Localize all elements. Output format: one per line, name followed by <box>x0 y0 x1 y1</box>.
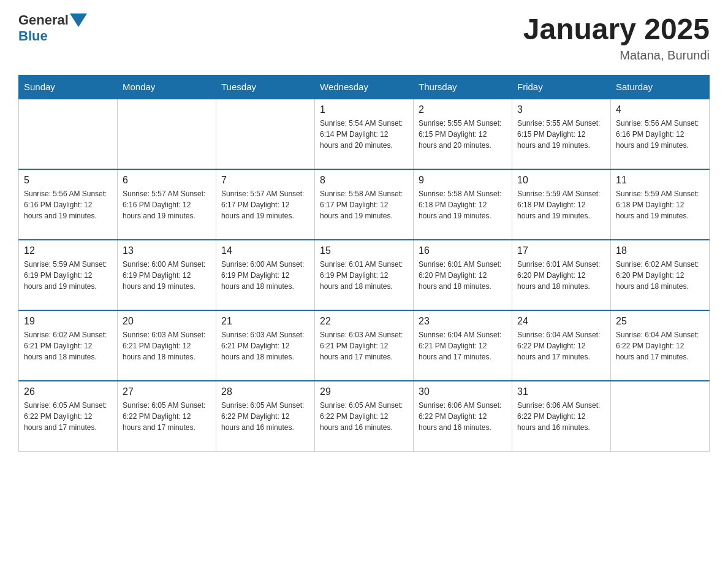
day-info: Sunrise: 5:57 AM Sunset: 6:17 PM Dayligh… <box>221 188 309 221</box>
table-row: 31Sunrise: 6:06 AM Sunset: 6:22 PM Dayli… <box>512 381 611 451</box>
table-row <box>118 99 216 169</box>
table-row: 7Sunrise: 5:57 AM Sunset: 6:17 PM Daylig… <box>216 169 315 240</box>
table-row: 21Sunrise: 6:03 AM Sunset: 6:21 PM Dayli… <box>216 310 315 381</box>
table-row: 17Sunrise: 6:01 AM Sunset: 6:20 PM Dayli… <box>512 240 611 310</box>
header-tuesday: Tuesday <box>216 75 315 99</box>
day-number: 28 <box>221 386 309 397</box>
day-number: 14 <box>221 245 309 256</box>
day-number: 27 <box>123 386 211 397</box>
day-number: 7 <box>221 175 309 186</box>
day-number: 12 <box>24 245 112 256</box>
logo-general-text: General <box>18 12 69 28</box>
table-row: 9Sunrise: 5:58 AM Sunset: 6:18 PM Daylig… <box>414 169 512 240</box>
table-row <box>611 381 710 451</box>
day-number: 23 <box>419 316 507 327</box>
day-number: 24 <box>517 316 605 327</box>
day-number: 6 <box>123 175 211 186</box>
day-number: 13 <box>123 245 211 256</box>
table-row: 8Sunrise: 5:58 AM Sunset: 6:17 PM Daylig… <box>315 169 414 240</box>
day-info: Sunrise: 5:55 AM Sunset: 6:15 PM Dayligh… <box>517 118 605 151</box>
day-number: 25 <box>616 316 704 327</box>
day-number: 29 <box>320 386 408 397</box>
day-info: Sunrise: 6:01 AM Sunset: 6:20 PM Dayligh… <box>517 259 605 292</box>
header-saturday: Saturday <box>611 75 710 99</box>
day-number: 8 <box>320 175 408 186</box>
day-info: Sunrise: 6:00 AM Sunset: 6:19 PM Dayligh… <box>221 259 309 292</box>
day-info: Sunrise: 5:58 AM Sunset: 6:17 PM Dayligh… <box>320 188 408 221</box>
table-row: 29Sunrise: 6:05 AM Sunset: 6:22 PM Dayli… <box>315 381 414 451</box>
day-info: Sunrise: 6:04 AM Sunset: 6:22 PM Dayligh… <box>517 329 605 362</box>
day-info: Sunrise: 6:04 AM Sunset: 6:21 PM Dayligh… <box>419 329 507 362</box>
day-number: 2 <box>419 104 507 115</box>
week-row-2: 5Sunrise: 5:56 AM Sunset: 6:16 PM Daylig… <box>19 169 710 240</box>
table-row: 27Sunrise: 6:05 AM Sunset: 6:22 PM Dayli… <box>118 381 216 451</box>
day-info: Sunrise: 6:03 AM Sunset: 6:21 PM Dayligh… <box>123 329 211 362</box>
day-info: Sunrise: 5:58 AM Sunset: 6:18 PM Dayligh… <box>419 188 507 221</box>
day-info: Sunrise: 6:01 AM Sunset: 6:19 PM Dayligh… <box>320 259 408 292</box>
day-number: 30 <box>419 386 507 397</box>
day-info: Sunrise: 6:05 AM Sunset: 6:22 PM Dayligh… <box>123 400 211 433</box>
calendar-title: January 2025 <box>523 12 710 46</box>
day-number: 26 <box>24 386 112 397</box>
day-info: Sunrise: 6:00 AM Sunset: 6:19 PM Dayligh… <box>123 259 211 292</box>
table-row: 24Sunrise: 6:04 AM Sunset: 6:22 PM Dayli… <box>512 310 611 381</box>
calendar-subtitle: Matana, Burundi <box>523 48 710 63</box>
table-row: 6Sunrise: 5:57 AM Sunset: 6:16 PM Daylig… <box>118 169 216 240</box>
table-row: 13Sunrise: 6:00 AM Sunset: 6:19 PM Dayli… <box>118 240 216 310</box>
day-number: 3 <box>517 104 605 115</box>
header-thursday: Thursday <box>414 75 512 99</box>
title-area: January 2025 Matana, Burundi <box>523 12 710 63</box>
table-row: 11Sunrise: 5:59 AM Sunset: 6:18 PM Dayli… <box>611 169 710 240</box>
day-info: Sunrise: 6:03 AM Sunset: 6:21 PM Dayligh… <box>221 329 309 362</box>
table-row <box>19 99 118 169</box>
day-info: Sunrise: 5:56 AM Sunset: 6:16 PM Dayligh… <box>24 188 112 221</box>
day-info: Sunrise: 6:02 AM Sunset: 6:20 PM Dayligh… <box>616 259 704 292</box>
table-row: 16Sunrise: 6:01 AM Sunset: 6:20 PM Dayli… <box>414 240 512 310</box>
day-number: 17 <box>517 245 605 256</box>
header-friday: Friday <box>512 75 611 99</box>
table-row: 19Sunrise: 6:02 AM Sunset: 6:21 PM Dayli… <box>19 310 118 381</box>
day-info: Sunrise: 6:04 AM Sunset: 6:22 PM Dayligh… <box>616 329 704 362</box>
week-row-4: 19Sunrise: 6:02 AM Sunset: 6:21 PM Dayli… <box>19 310 710 381</box>
table-row: 4Sunrise: 5:56 AM Sunset: 6:16 PM Daylig… <box>611 99 710 169</box>
table-row: 15Sunrise: 6:01 AM Sunset: 6:19 PM Dayli… <box>315 240 414 310</box>
day-info: Sunrise: 5:54 AM Sunset: 6:14 PM Dayligh… <box>320 118 408 151</box>
logo-blue-text: Blue <box>18 28 48 44</box>
day-number: 21 <box>221 316 309 327</box>
table-row <box>216 99 315 169</box>
day-info: Sunrise: 6:06 AM Sunset: 6:22 PM Dayligh… <box>517 400 605 433</box>
day-number: 5 <box>24 175 112 186</box>
header-wednesday: Wednesday <box>315 75 414 99</box>
day-number: 15 <box>320 245 408 256</box>
calendar-header-row: SundayMondayTuesdayWednesdayThursdayFrid… <box>19 75 710 99</box>
day-number: 11 <box>616 175 704 186</box>
table-row: 20Sunrise: 6:03 AM Sunset: 6:21 PM Dayli… <box>118 310 216 381</box>
table-row: 2Sunrise: 5:55 AM Sunset: 6:15 PM Daylig… <box>414 99 512 169</box>
day-info: Sunrise: 5:56 AM Sunset: 6:16 PM Dayligh… <box>616 118 704 151</box>
logo-triangle-icon <box>70 13 87 27</box>
day-number: 19 <box>24 316 112 327</box>
table-row: 25Sunrise: 6:04 AM Sunset: 6:22 PM Dayli… <box>611 310 710 381</box>
header-monday: Monday <box>118 75 216 99</box>
calendar-table: SundayMondayTuesdayWednesdayThursdayFrid… <box>18 75 710 452</box>
day-number: 16 <box>419 245 507 256</box>
day-info: Sunrise: 5:55 AM Sunset: 6:15 PM Dayligh… <box>419 118 507 151</box>
table-row: 3Sunrise: 5:55 AM Sunset: 6:15 PM Daylig… <box>512 99 611 169</box>
day-number: 4 <box>616 104 704 115</box>
day-number: 10 <box>517 175 605 186</box>
day-info: Sunrise: 6:01 AM Sunset: 6:20 PM Dayligh… <box>419 259 507 292</box>
table-row: 14Sunrise: 6:00 AM Sunset: 6:19 PM Dayli… <box>216 240 315 310</box>
day-number: 20 <box>123 316 211 327</box>
day-info: Sunrise: 6:06 AM Sunset: 6:22 PM Dayligh… <box>419 400 507 433</box>
day-info: Sunrise: 6:02 AM Sunset: 6:21 PM Dayligh… <box>24 329 112 362</box>
day-number: 1 <box>320 104 408 115</box>
table-row: 23Sunrise: 6:04 AM Sunset: 6:21 PM Dayli… <box>414 310 512 381</box>
table-row: 18Sunrise: 6:02 AM Sunset: 6:20 PM Dayli… <box>611 240 710 310</box>
page-header: General Blue January 2025 Matana, Burund… <box>18 12 710 63</box>
table-row: 22Sunrise: 6:03 AM Sunset: 6:21 PM Dayli… <box>315 310 414 381</box>
table-row: 30Sunrise: 6:06 AM Sunset: 6:22 PM Dayli… <box>414 381 512 451</box>
day-info: Sunrise: 5:59 AM Sunset: 6:18 PM Dayligh… <box>616 188 704 221</box>
day-number: 18 <box>616 245 704 256</box>
day-info: Sunrise: 5:59 AM Sunset: 6:19 PM Dayligh… <box>24 259 112 292</box>
day-info: Sunrise: 5:59 AM Sunset: 6:18 PM Dayligh… <box>517 188 605 221</box>
